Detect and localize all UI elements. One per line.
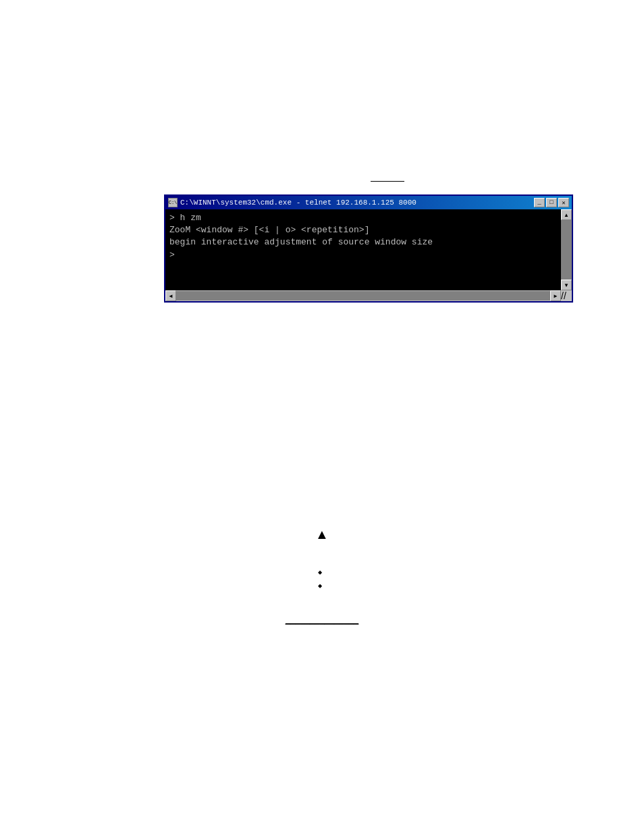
terminal-body: > h zm ZooM <window #> [<i | o> <repetit… <box>165 209 572 290</box>
horizontal-scrollbar[interactable]: ◄ ► // <box>165 290 572 301</box>
top-divider-line <box>371 181 404 182</box>
bullets-section: ◆ ◆ <box>0 567 644 589</box>
terminal-line-1: > h zm <box>169 212 557 224</box>
terminal-line-2: ZooM <window #> [<i | o> <repetition>] <box>169 224 557 236</box>
scroll-down-button[interactable]: ▼ <box>561 280 572 290</box>
restore-button[interactable]: □ <box>546 198 557 207</box>
close-button[interactable]: ✕ <box>558 198 569 207</box>
terminal-output[interactable]: > h zm ZooM <window #> [<i | o> <repetit… <box>165 209 561 290</box>
bullet-item-1: ◆ <box>318 567 326 575</box>
scroll-track[interactable] <box>561 220 572 280</box>
bullet-item-2: ◆ <box>318 581 326 589</box>
terminal-line-3: begin interactive adjustment of source w… <box>169 236 557 249</box>
terminal-titlebar: C:\ C:\WINNT\system32\cmd.exe - telnet 1… <box>165 196 572 209</box>
underlined-text: _______________ <box>286 615 358 625</box>
terminal-line-4: > <box>169 249 557 261</box>
triangle-section: ▲ <box>0 527 644 542</box>
bullet-dot-1: ◆ <box>318 569 322 575</box>
scroll-up-button[interactable]: ▲ <box>561 209 572 220</box>
titlebar-icon-label: C:\ <box>169 200 178 205</box>
titlebar-buttons: _ □ ✕ <box>534 198 569 207</box>
vertical-scrollbar[interactable]: ▲ ▼ <box>561 209 572 290</box>
triangle-icon: ▲ <box>315 527 329 542</box>
terminal-window: C:\ C:\WINNT\system32\cmd.exe - telnet 1… <box>164 194 573 303</box>
scroll-corner: // <box>561 290 572 301</box>
titlebar-title-text: C:\WINNT\system32\cmd.exe - telnet 192.1… <box>180 199 417 207</box>
titlebar-title-area: C:\ C:\WINNT\system32\cmd.exe - telnet 1… <box>168 198 417 207</box>
underlined-section: _______________ <box>0 615 644 625</box>
h-scroll-track[interactable] <box>176 291 550 301</box>
scroll-right-button[interactable]: ► <box>550 290 561 301</box>
bullet-dot-2: ◆ <box>318 583 322 589</box>
minimize-button[interactable]: _ <box>534 198 545 207</box>
titlebar-icon: C:\ <box>168 198 178 207</box>
page: C:\ C:\WINNT\system32\cmd.exe - telnet 1… <box>0 0 644 834</box>
scroll-left-button[interactable]: ◄ <box>165 290 176 301</box>
